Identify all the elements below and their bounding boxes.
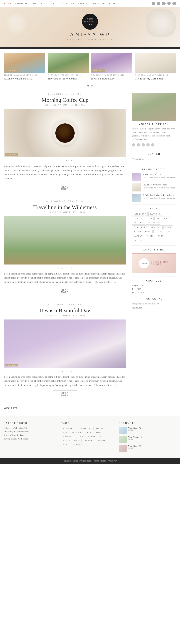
nav-home[interactable]: HOME	[4, 2, 11, 5]
ftag-lists[interactable]: LISTS	[73, 439, 82, 442]
tag-formatting[interactable]: FORMATTING	[132, 225, 149, 229]
post-2-content: Lorem ipsum dolor sit amet, consectetur …	[4, 272, 126, 284]
ftag-photo[interactable]: PHOTO	[96, 439, 106, 442]
slide-4[interactable]: THURSDAY, AUGUST 11TH, 2016 Laying out m…	[135, 53, 176, 80]
author-email-icon[interactable]	[151, 143, 154, 146]
nav-about[interactable]: ABOUT ME	[41, 2, 54, 4]
product-name-2[interactable]: Woo Album #4	[128, 436, 142, 438]
bottom-bar-text: Proudly powered by WordPress | Theme: An…	[63, 460, 117, 462]
slide-1[interactable]: SCHEDULE THURSDAY, AUGUST 11TH, 2016 A L…	[4, 53, 45, 80]
tag-alignment[interactable]: ALIGNMENT	[132, 212, 148, 216]
slide-img-wilderness	[48, 53, 89, 73]
ftag-post[interactable]: POST	[62, 443, 70, 446]
nav-travel[interactable]: TRAVEL	[108, 2, 117, 4]
ftag-css[interactable]: CSS	[62, 431, 69, 434]
tags-section-title: TAGS	[132, 204, 176, 210]
nav-shop[interactable]: SHOP ▾	[78, 2, 87, 4]
dark-bar	[0, 47, 180, 49]
instagram-follow-link[interactable]: Follow Me!	[132, 306, 176, 308]
slide-3[interactable]: SCHEDULE THURSDAY, AUGUST 11TH, 2016 It …	[91, 53, 132, 80]
tag-guide[interactable]: GUIDE	[163, 225, 174, 229]
pinterest-icon[interactable]	[167, 2, 171, 5]
nav-lifestyle[interactable]: LIFESTYLE	[90, 2, 104, 4]
recent-thumb-2	[132, 184, 141, 192]
ftag-gallery[interactable]: GALLERY	[62, 435, 74, 438]
archive-jan2013[interactable]: January 2013	[132, 291, 176, 294]
post-2-title: Travelling in the Wilderness	[4, 204, 126, 210]
tag-quotes[interactable]: QUOTES	[132, 238, 144, 242]
ftag-homer[interactable]: HOMER	[87, 435, 97, 438]
ftag-image[interactable]: IMAGE	[62, 439, 71, 442]
author-instagram-icon[interactable]	[146, 143, 150, 146]
dot-1[interactable]	[88, 85, 89, 86]
footer-product-1: Woo Single #2 £3.00	[119, 427, 172, 434]
recent-post-1: It was a Beautiful Day Lorem ipsum dolor…	[132, 173, 176, 181]
post-2-categories: BLOGGING, TRAVEL	[4, 200, 126, 202]
instagram-icon[interactable]	[157, 2, 160, 5]
tag-homer[interactable]: HOMER	[132, 230, 143, 234]
slide-2[interactable]: THURSDAY, AUGUST 11TH, 2016 Travelling i…	[48, 53, 89, 80]
tag-content[interactable]: CONTENT	[132, 216, 145, 220]
author-pinterest-icon[interactable]	[142, 143, 145, 146]
ftag-markup[interactable]: MARKUP	[83, 439, 95, 442]
recent-title-3[interactable]: A Quiet Day Swinging by the Lake	[143, 194, 176, 196]
ftag-quotes[interactable]: QUOTES	[72, 443, 83, 446]
tag-examples[interactable]: EXAMPLES	[146, 221, 161, 224]
nav-theme-features[interactable]: THEME FEATURES	[15, 2, 38, 4]
archives-title: ARCHIVES	[132, 276, 176, 282]
tag-markup[interactable]: MARKUP	[132, 234, 144, 238]
tag-photo[interactable]: PHOTO	[145, 234, 156, 238]
archive-aug2016[interactable]: August 2016	[132, 284, 176, 287]
product-name-3[interactable]: Woo Single #3	[128, 445, 141, 447]
search-input[interactable]	[135, 158, 176, 160]
ftag-formatting[interactable]: FORMATTING	[86, 431, 102, 434]
author-twitter-icon[interactable]	[137, 143, 140, 146]
nav-contact[interactable]: CONTACT ME	[58, 2, 74, 4]
post-3-read-more[interactable]: READ MORE	[53, 390, 77, 398]
facebook-icon[interactable]	[162, 2, 166, 5]
sidebar: ANISSA ANDERSON This is a custom widget …	[132, 89, 176, 416]
ftag-content[interactable]: CONTENT	[93, 427, 106, 430]
site-subtitle: — A BEAUTIFUL FEMININE THEME —	[63, 38, 117, 41]
tag-example[interactable]: EXAMPLE	[132, 221, 145, 224]
tag-edge-case[interactable]: EDGE CASE	[154, 216, 170, 220]
tag-post[interactable]: POST	[156, 234, 165, 238]
post-3-date: THURSDAY, AUGUST 11TH, 2016	[4, 314, 126, 317]
post-1-content: Lorem ipsum dolor sit amet, consectetur …	[4, 164, 126, 181]
slide-title-3: It was a Beautiful Day	[91, 77, 132, 80]
recent-title-1[interactable]: It was a Beautiful Day	[143, 173, 176, 176]
ftag-examples[interactable]: EXAMPLES	[70, 431, 85, 434]
footer-tags-title: TAGS	[61, 422, 115, 424]
footer-post-1[interactable]: A Lonely Walk in the Park	[4, 427, 57, 429]
tag-captions[interactable]: CAPTIONS	[148, 212, 162, 216]
twitter-icon[interactable]	[152, 2, 155, 5]
post-1-read-more[interactable]: READ MORE	[53, 184, 77, 192]
dot-2[interactable]	[91, 85, 92, 86]
tag-image[interactable]: IMAGE	[153, 230, 163, 234]
instagram-title: INSTAGRAM	[132, 294, 176, 300]
product-info-1: Woo Single #2 £3.00	[128, 427, 141, 431]
footer-post-4[interactable]: Laying out my Work Space	[4, 438, 57, 440]
top-nav: HOME THEME FEATURES ABOUT ME CONTACT ME …	[0, 0, 180, 7]
product-name-1[interactable]: Woo Single #2	[128, 427, 141, 429]
ftag-alignment[interactable]: ALIGNMENT	[62, 427, 77, 430]
recent-post-2: Laying out my Work Space Lorem ipsum dol…	[132, 184, 176, 192]
recent-title-2[interactable]: Laying out my Work Space	[143, 184, 176, 186]
slide-date-1: THURSDAY, AUGUST 11TH, 2016	[4, 74, 45, 76]
recent-info-2: Laying out my Work Space Lorem ipsum dol…	[143, 184, 176, 189]
ftag-guide[interactable]: GUIDE	[76, 435, 85, 438]
author-facebook-icon[interactable]	[132, 143, 135, 146]
googleplus-icon[interactable]	[173, 2, 176, 5]
archive-jun2015[interactable]: June 2015	[132, 288, 176, 290]
tag-gallery[interactable]: GALLERY	[150, 225, 163, 229]
ftag-captions[interactable]: CAPTIONS	[78, 427, 92, 430]
tag-css[interactable]: CSS	[146, 216, 154, 220]
older-posts-link[interactable]: Older posts	[4, 402, 126, 416]
tag-lists[interactable]: LISTS	[164, 230, 174, 234]
ad-banner[interactable]: Anissa ADVERTISINGBANNER	[132, 253, 176, 273]
ftag-html[interactable]: HTML	[98, 435, 107, 438]
tag-html[interactable]: HTML	[144, 230, 153, 234]
footer-post-3[interactable]: It was a Beautiful Day	[4, 434, 57, 436]
footer-post-2[interactable]: Travelling in the Wilderness	[4, 430, 57, 433]
post-2-read-more[interactable]: READ MORE	[53, 287, 77, 295]
